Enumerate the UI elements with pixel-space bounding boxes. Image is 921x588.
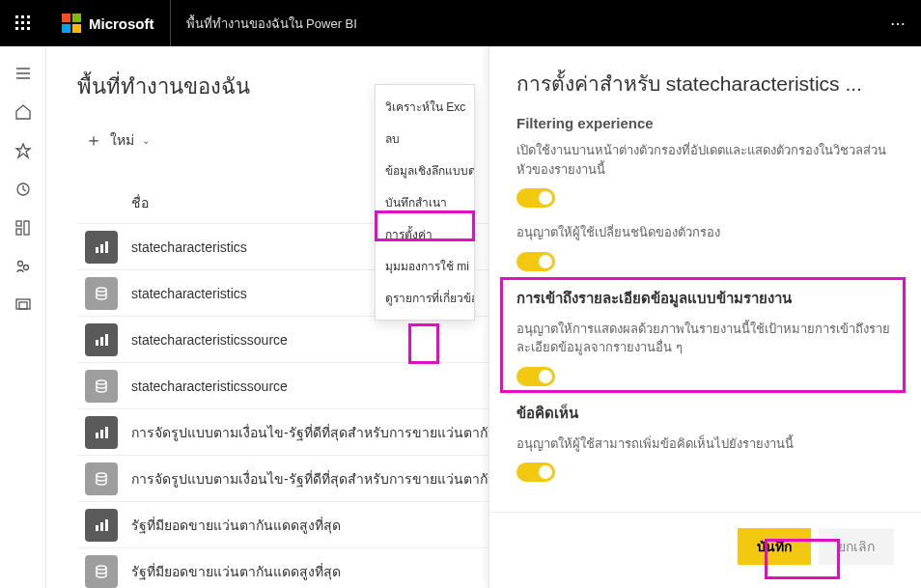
svg-rect-3 bbox=[15, 21, 18, 24]
svg-rect-30 bbox=[105, 334, 108, 346]
dataset-icon bbox=[85, 277, 118, 310]
plus-icon: ＋ bbox=[85, 128, 102, 152]
svg-rect-9 bbox=[62, 14, 70, 22]
menu-item[interactable]: ข้อมูลเชิงลึกแบบด่วน bbox=[376, 154, 474, 186]
nav-rail bbox=[0, 46, 46, 588]
svg-point-20 bbox=[17, 262, 22, 266]
svg-rect-12 bbox=[72, 24, 81, 33]
new-button[interactable]: ＋ ใหม่ ⌄ bbox=[77, 123, 157, 157]
favorites-icon[interactable] bbox=[0, 131, 46, 170]
svg-point-34 bbox=[97, 380, 106, 384]
save-button[interactable]: บันทึก bbox=[738, 528, 811, 565]
cross-desc: อนุญาตให้การแสดงผลด้วยภาพในรายงานนี้ใช้เ… bbox=[516, 320, 894, 357]
menu-item[interactable]: บันทึกสำเนา bbox=[376, 186, 474, 218]
menu-item[interactable]: วิเคราะห์ใน Exc bbox=[376, 91, 474, 123]
header-more-icon[interactable]: ⋯ bbox=[875, 0, 921, 46]
context-menu: วิเคราะห์ใน Excลบข้อมูลเชิงลึกแบบด่วนบัน… bbox=[375, 84, 475, 321]
svg-point-42 bbox=[97, 566, 106, 570]
app-launcher-icon[interactable] bbox=[0, 0, 46, 46]
cancel-button[interactable]: ยกเลิก bbox=[819, 528, 894, 565]
svg-rect-1 bbox=[21, 15, 24, 18]
recent-icon[interactable] bbox=[0, 170, 46, 209]
svg-rect-29 bbox=[100, 337, 103, 346]
chevron-down-icon: ⌄ bbox=[142, 135, 150, 146]
filtering-desc: เปิดใช้งานบานหน้าต่างตัวกรองที่อัปเดตและ… bbox=[516, 141, 894, 179]
svg-rect-6 bbox=[15, 27, 18, 30]
panel-title: การตั้งค่าสำหรับ statecharacteristics ..… bbox=[489, 46, 921, 115]
dataset-icon bbox=[85, 370, 118, 403]
toggle-allow-change[interactable] bbox=[516, 252, 555, 271]
apps-icon[interactable] bbox=[0, 209, 46, 247]
menu-item[interactable]: มุมมองการใช้ mi bbox=[376, 250, 474, 282]
toggle-comments[interactable] bbox=[516, 462, 555, 482]
comments-desc: อนุญาตให้ผู้ใช้สามารถเพิ่มข้อคิดเห็นไปยั… bbox=[516, 434, 894, 454]
svg-rect-26 bbox=[105, 241, 108, 253]
toggle-filter-pane[interactable] bbox=[516, 188, 555, 208]
dataset-icon bbox=[85, 462, 118, 495]
svg-rect-5 bbox=[27, 21, 30, 24]
svg-rect-11 bbox=[62, 24, 70, 33]
svg-rect-19 bbox=[16, 229, 21, 235]
svg-rect-8 bbox=[27, 27, 30, 30]
report-icon bbox=[85, 416, 118, 449]
svg-rect-40 bbox=[100, 522, 103, 531]
menu-item[interactable]: การตั้งค่า bbox=[376, 218, 474, 250]
svg-rect-24 bbox=[96, 247, 98, 253]
report-icon bbox=[85, 323, 118, 356]
svg-rect-41 bbox=[105, 519, 108, 531]
svg-rect-0 bbox=[15, 15, 18, 18]
menu-item[interactable]: ดูรายการที่เกี่ยวข้อง bbox=[376, 282, 474, 314]
report-icon bbox=[85, 231, 118, 264]
svg-point-38 bbox=[97, 473, 106, 477]
global-header: Microsoft พื้นที่ทำงานของฉันใน Power BI … bbox=[0, 0, 921, 46]
column-name: ชื่อ bbox=[131, 192, 149, 213]
home-icon[interactable] bbox=[0, 93, 46, 131]
svg-rect-4 bbox=[21, 21, 24, 24]
cross-title: การเข้าถึงรายละเอียดข้อมูลแบบข้ามรายงาน bbox=[516, 287, 894, 310]
svg-rect-36 bbox=[100, 430, 103, 438]
svg-rect-17 bbox=[16, 221, 21, 226]
svg-rect-7 bbox=[21, 27, 24, 30]
svg-rect-23 bbox=[19, 302, 27, 309]
svg-rect-18 bbox=[24, 221, 29, 235]
dataset-icon bbox=[85, 555, 118, 588]
microsoft-logo: Microsoft bbox=[46, 0, 171, 46]
svg-point-27 bbox=[97, 288, 106, 292]
svg-rect-10 bbox=[72, 14, 81, 22]
settings-panel: การตั้งค่าสำหรับ statecharacteristics ..… bbox=[488, 46, 921, 588]
svg-rect-39 bbox=[96, 525, 98, 531]
breadcrumb: พื้นที่ทำงานของฉันใน Power BI bbox=[171, 14, 876, 34]
new-button-label: ใหม่ bbox=[110, 129, 134, 151]
allow-change-desc: อนุญาตให้ผู้ใช้เปลี่ยนชนิดของตัวกรอง bbox=[516, 223, 894, 242]
svg-rect-28 bbox=[96, 340, 98, 346]
svg-rect-22 bbox=[16, 299, 30, 309]
toggle-cross-report[interactable] bbox=[516, 367, 555, 386]
svg-rect-37 bbox=[105, 427, 108, 438]
svg-rect-35 bbox=[96, 433, 98, 438]
report-icon bbox=[85, 509, 118, 542]
hamburger-icon[interactable] bbox=[0, 54, 46, 93]
workspaces-icon[interactable] bbox=[0, 286, 46, 324]
svg-point-21 bbox=[23, 266, 28, 270]
menu-item[interactable]: ลบ bbox=[376, 123, 474, 154]
filtering-title: Filtering experience bbox=[516, 115, 894, 131]
svg-rect-25 bbox=[100, 244, 103, 253]
comments-title: ข้อคิดเห็น bbox=[516, 402, 894, 425]
svg-rect-2 bbox=[27, 15, 30, 18]
brand-text: Microsoft bbox=[89, 15, 154, 32]
shared-icon[interactable] bbox=[0, 247, 46, 286]
